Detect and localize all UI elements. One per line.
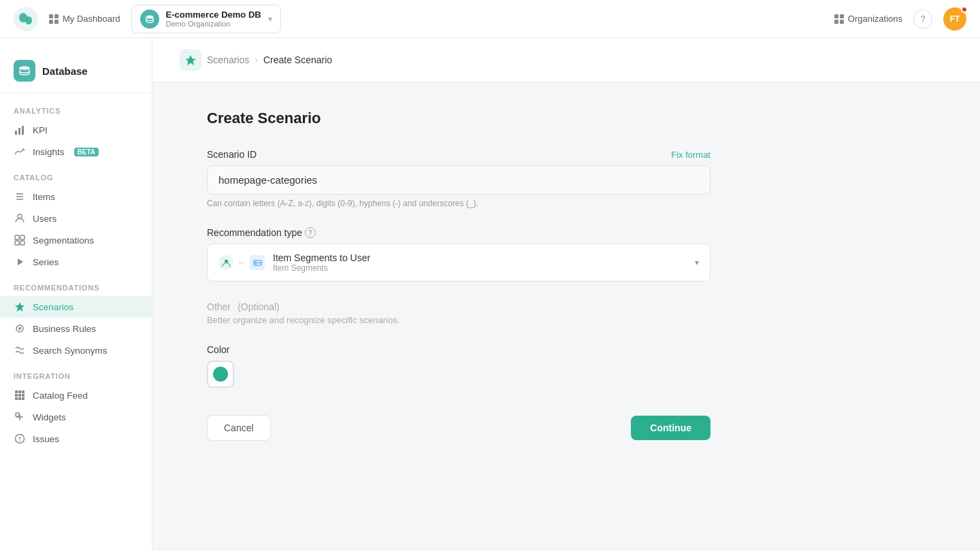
app-logo[interactable] [14, 7, 38, 31]
svg-rect-29 [22, 397, 24, 400]
scenario-id-input[interactable] [207, 165, 710, 195]
create-scenario-form: Create Scenario Scenario ID Fix format C… [152, 82, 765, 468]
app-layout: Database ANALYTICS KPI Insights BETA [0, 0, 980, 551]
sidebar-item-scenarios[interactable]: Scenarios [0, 296, 152, 318]
color-swatch[interactable] [207, 361, 234, 388]
catalog-section-title: CATALOG [0, 163, 152, 186]
insights-label: Insights [33, 147, 65, 157]
sidebar-item-users[interactable]: Users [0, 207, 152, 229]
topnav-right: Organizations ? FT [834, 7, 966, 31]
beta-badge: BETA [74, 148, 99, 156]
my-dashboard-button[interactable]: My Dashboard [49, 14, 120, 24]
rec-type-name: Item Segments to User [273, 252, 370, 263]
sidebar-item-insights[interactable]: Insights BETA [0, 141, 152, 163]
organizations-button[interactable]: Organizations [834, 14, 902, 24]
avatar-initials: FT [950, 14, 960, 24]
rec-type-sub: Item Segments [273, 263, 370, 273]
color-dot [213, 367, 228, 382]
fix-format-link[interactable]: Fix format [671, 150, 710, 160]
sidebar-item-series[interactable]: Series [0, 251, 152, 273]
breadcrumb: Scenarios › Create Scenario [152, 38, 980, 82]
analytics-section-title: ANALYTICS [0, 96, 152, 119]
issues-icon [14, 433, 26, 444]
users-label: Users [33, 214, 56, 224]
rec-type-label-row: Recommendation type ? [207, 227, 710, 238]
svg-point-20 [18, 327, 21, 330]
rec-icon-user [218, 255, 233, 270]
svg-rect-15 [15, 241, 19, 245]
rec-type-dropdown[interactable]: ← Item Segments to User [207, 244, 710, 282]
db-icon [140, 10, 159, 29]
sidebar-item-kpi[interactable]: KPI [0, 119, 152, 141]
recommendation-type-group: Recommendation type ? [207, 227, 710, 282]
db-info: E-commerce Demo DB Demo Organization [166, 10, 261, 28]
business-rules-label: Business Rules [33, 324, 96, 334]
sidebar-item-widgets[interactable]: Widgets [0, 406, 152, 428]
svg-rect-22 [18, 390, 21, 393]
top-navigation: My Dashboard E-commerce Demo DB Demo Org… [0, 0, 980, 38]
segmentations-icon [14, 235, 26, 246]
rec-type-label: Recommendation type [207, 227, 302, 238]
svg-rect-25 [18, 394, 21, 397]
organizations-label: Organizations [848, 14, 902, 24]
insights-icon [14, 146, 26, 157]
scenarios-label: Scenarios [33, 302, 74, 312]
continue-button[interactable]: Continue [631, 416, 710, 440]
other-title-row: Other (Optional) [207, 301, 710, 312]
rec-type-help-icon[interactable]: ? [305, 227, 316, 238]
svg-point-3 [146, 15, 153, 18]
avatar[interactable]: FT [943, 7, 966, 31]
svg-rect-8 [22, 126, 24, 135]
svg-rect-27 [15, 397, 18, 400]
scenario-id-hint: Can contain letters (A-Z, a-z), digits (… [207, 199, 710, 208]
notification-badge [961, 6, 968, 13]
items-icon [14, 191, 26, 202]
svg-rect-21 [15, 390, 18, 393]
svg-rect-23 [22, 390, 24, 393]
integration-section-title: INTEGRATION [0, 361, 152, 384]
breadcrumb-parent[interactable]: Scenarios [207, 54, 249, 65]
star-icon [14, 301, 26, 312]
sidebar-item-items[interactable]: Items [0, 186, 152, 207]
business-rules-icon [14, 323, 26, 334]
scenario-id-group: Scenario ID Fix format Can contain lette… [207, 149, 710, 208]
widgets-icon [14, 412, 26, 422]
svg-rect-16 [20, 241, 24, 245]
db-name: E-commerce Demo DB [166, 10, 261, 20]
db-selector[interactable]: E-commerce Demo DB Demo Organization ▾ [131, 5, 281, 33]
items-label: Items [33, 192, 55, 202]
segmentations-label: Segmentations [33, 235, 94, 246]
svg-rect-30 [16, 413, 19, 416]
users-icon [14, 213, 26, 224]
breadcrumb-separator: › [255, 54, 258, 65]
chevron-down-icon: ▾ [268, 14, 272, 24]
help-button[interactable]: ? [913, 10, 932, 29]
other-title: Other (Optional) [207, 301, 280, 312]
sidebar-item-segmentations[interactable]: Segmentations [0, 229, 152, 251]
sidebar-db-icon [14, 60, 35, 82]
sidebar-item-catalog-feed[interactable]: Catalog Feed [0, 384, 152, 406]
dropdown-arrow-icon: ▾ [695, 258, 699, 267]
rec-type-label-container: Recommendation type ? [207, 227, 316, 238]
svg-rect-24 [15, 394, 18, 397]
my-dashboard-label: My Dashboard [63, 14, 120, 24]
sidebar-db-label: Database [42, 65, 88, 77]
cancel-button[interactable]: Cancel [207, 415, 271, 441]
breadcrumb-current: Create Scenario [263, 54, 332, 65]
rec-type-left: ← Item Segments to User [218, 252, 370, 273]
other-optional: (Optional) [238, 301, 279, 312]
color-group: Color [207, 344, 710, 388]
svg-rect-13 [15, 235, 19, 239]
sidebar-item-issues[interactable]: Issues [0, 428, 152, 450]
kpi-label: KPI [33, 125, 48, 135]
sidebar-item-business-rules[interactable]: Business Rules [0, 318, 152, 339]
scenario-id-label-row: Scenario ID Fix format [207, 149, 710, 160]
recommendations-section-title: RECOMMENDATIONS [0, 273, 152, 296]
main-content: Scenarios › Create Scenario Create Scena… [152, 38, 980, 551]
other-group: Other (Optional) Better organize and rec… [207, 301, 710, 325]
sidebar-item-search-synonyms[interactable]: Search Synonyms [0, 339, 152, 361]
svg-marker-17 [18, 258, 23, 265]
search-synonyms-icon [14, 345, 26, 356]
rec-arrow-icon: ← [238, 258, 246, 267]
series-label: Series [33, 257, 59, 267]
